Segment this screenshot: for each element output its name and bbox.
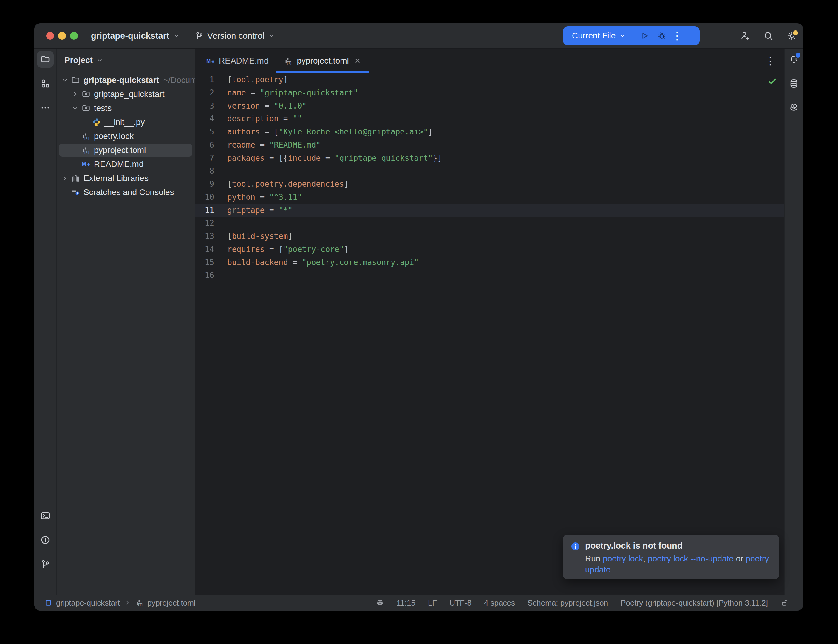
database-tool-button[interactable]: [785, 75, 802, 92]
status-item-label: Poetry (griptape-quickstart) [Python 3.1…: [621, 598, 768, 608]
notification-link-poetry-lock-no-update[interactable]: poetry lock --no-update: [648, 554, 734, 563]
structure-tool-button[interactable]: [37, 75, 54, 92]
notification-body: Run poetry lock, poetry lock --no-update…: [585, 553, 770, 575]
close-icon[interactable]: [354, 57, 361, 64]
json-schema[interactable]: Schema: pyproject.json: [527, 598, 608, 608]
indent-style[interactable]: 4 spaces: [484, 598, 515, 608]
code-line-11[interactable]: 11griptape = "*": [195, 204, 784, 217]
tree-item-label: External Libraries: [84, 174, 148, 183]
line-number: 2: [195, 87, 225, 100]
branch-icon: [40, 559, 50, 569]
code-line-12[interactable]: 12: [195, 217, 784, 230]
code-text: packages = [{include = "griptape_quickst…: [225, 152, 442, 165]
code-line-7[interactable]: 7packages = [{include = "griptape_quicks…: [195, 152, 784, 165]
debug-button[interactable]: [653, 28, 670, 44]
lock-open-icon: [780, 599, 789, 607]
toml-icon: [T]: [81, 131, 90, 141]
notification-toast: poetry.lock is not found Run poetry lock…: [563, 535, 779, 579]
code-editor[interactable]: 1[tool.poetry]2name = "griptape-quicksta…: [195, 73, 784, 595]
code-line-4[interactable]: 4description = "": [195, 112, 784, 125]
code-line-2[interactable]: 2name = "griptape-quickstart": [195, 87, 784, 100]
code-line-16[interactable]: 16: [195, 269, 784, 282]
more-tools-button[interactable]: [37, 99, 54, 116]
tree-item-external-libraries[interactable]: External Libraries: [57, 171, 195, 185]
breadcrumb-griptape-quickstart[interactable]: griptape-quickstart: [44, 598, 120, 608]
tree-item-pyproject-toml[interactable]: [T]pyproject.toml: [57, 143, 195, 157]
minimize-button[interactable]: [58, 32, 66, 39]
code-line-9[interactable]: 9[tool.poetry.dependencies]: [195, 178, 784, 191]
more-run-options-button[interactable]: ⋮: [670, 31, 684, 41]
project-switcher[interactable]: griptape-quickstart: [91, 31, 180, 41]
search-icon[interactable]: [763, 31, 774, 41]
code-line-14[interactable]: 14requires = ["poetry-core"]: [195, 243, 784, 256]
code-line-8[interactable]: 8: [195, 164, 784, 178]
project-switcher-label: griptape-quickstart: [91, 31, 169, 41]
add-user-icon[interactable]: [739, 31, 750, 41]
zoom-button[interactable]: [70, 32, 78, 39]
breadcrumbs: griptape-quickstart[T]pyproject.toml: [34, 598, 196, 608]
vcs-widget[interactable]: Version control: [195, 31, 275, 41]
settings-gear-icon[interactable]: [787, 31, 797, 41]
git-branch-icon: [195, 31, 204, 40]
line-number: 1: [195, 73, 225, 87]
code-line-15[interactable]: 15build-backend = "poetry.core.masonry.a…: [195, 256, 784, 269]
code-line-10[interactable]: 10python = "^3.11": [195, 191, 784, 204]
tab-options-button[interactable]: ⋮: [765, 49, 776, 73]
readonly-toggle[interactable]: [780, 599, 789, 607]
notification-link-poetry-lock[interactable]: poetry lock: [603, 554, 643, 563]
line-separator[interactable]: LF: [428, 598, 437, 608]
chevron-right-icon[interactable]: [72, 90, 81, 98]
tree-item-griptape-quickstart[interactable]: griptape_quickstart: [57, 87, 195, 101]
project-tool-button[interactable]: [37, 51, 54, 68]
line-number: 11: [195, 204, 225, 217]
svg-text:[T]: [T]: [138, 603, 142, 606]
problems-tool-button[interactable]: [37, 532, 54, 548]
title-bar: griptape-quickstart Version control Curr…: [34, 23, 803, 49]
code-text: griptape = "*": [225, 204, 292, 217]
chevron-down-icon: [268, 33, 275, 39]
code-line-5[interactable]: 5authors = ["Kyle Roche <hello@griptape.…: [195, 125, 784, 139]
run-config-selector[interactable]: Current File: [572, 31, 626, 41]
code-line-6[interactable]: 6readme = "README.md": [195, 139, 784, 152]
tree-item-readme-md[interactable]: MREADME.md: [57, 157, 195, 171]
line-number: 6: [195, 139, 225, 152]
breadcrumb-pyproject-toml[interactable]: [T]pyproject.toml: [135, 598, 196, 608]
tree-item-scratches-and-consoles[interactable]: Scratches and Consoles: [57, 185, 195, 199]
chevron-right-icon[interactable]: [61, 174, 71, 182]
editor-area: MREADME.md[T]pyproject.toml ⋮ 1[tool.poe…: [195, 49, 784, 595]
tree-item-tests[interactable]: tests: [57, 101, 195, 115]
chevron-down-icon[interactable]: [72, 104, 81, 112]
tree-item-griptape-quickstart[interactable]: griptape-quickstart~/Docume: [57, 73, 195, 87]
cursor-position[interactable]: 11:15: [397, 598, 416, 608]
terminal-tool-button[interactable]: [37, 508, 54, 524]
notification-text: Run: [585, 554, 603, 563]
file-encoding[interactable]: UTF-8: [449, 598, 472, 608]
module-icon: [44, 599, 53, 607]
tree-item-poetry-lock[interactable]: [T]poetry.lock: [57, 129, 195, 143]
code-text: build-backend = "poetry.core.masonry.api…: [225, 256, 419, 269]
run-button[interactable]: [636, 28, 653, 44]
window-controls: [34, 32, 78, 39]
code-line-3[interactable]: 3version = "0.1.0": [195, 100, 784, 113]
line-number: 12: [195, 217, 225, 230]
tree-item-init-py[interactable]: __init__.py: [57, 115, 195, 129]
copilot-status-icon[interactable]: [376, 599, 384, 607]
line-number: 7: [195, 152, 225, 165]
code-text: authors = ["Kyle Roche <hello@griptape.a…: [225, 125, 433, 139]
python-interpreter[interactable]: Poetry (griptape-quickstart) [Python 3.1…: [621, 598, 768, 608]
git-tool-button[interactable]: [37, 556, 54, 572]
notifications-button[interactable]: [785, 51, 802, 68]
status-item-label: Schema: pyproject.json: [527, 598, 608, 608]
chevron-down-icon[interactable]: [61, 76, 71, 84]
tab-readme-md[interactable]: MREADME.md: [198, 49, 276, 73]
code-text: readme = "README.md": [225, 139, 320, 152]
left-toolbar: [34, 49, 57, 595]
code-line-1[interactable]: 1[tool.poetry]: [195, 73, 784, 87]
tab-pyproject-toml[interactable]: [T]pyproject.toml: [276, 49, 369, 73]
code-text: requires = ["poetry-core"]: [225, 243, 348, 256]
code-line-13[interactable]: 13[build-system]: [195, 230, 784, 243]
copilot-icon: [376, 599, 384, 607]
ai-assistant-button[interactable]: [785, 99, 802, 116]
project-panel-header[interactable]: Project: [57, 51, 195, 69]
close-button[interactable]: [46, 32, 54, 39]
